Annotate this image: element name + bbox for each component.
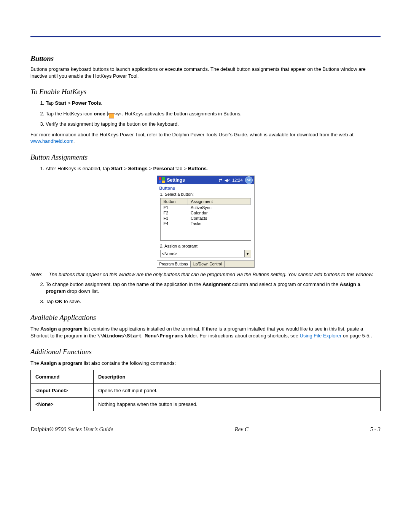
table-row: <None> Nothing happens when the button i… [31,397,381,411]
footer-center: Rev C [235,426,249,433]
text: > [123,166,128,171]
cell-description: Opens the soft input panel. [94,383,381,397]
bold: OK [55,299,63,304]
heading-button-assignments: Button Assignments [30,153,381,161]
cell: ActiveSync [188,205,250,211]
cell-description: Nothing happens when the button is press… [94,397,381,411]
heading-enable-hotkeys: To Enable HotKeys [30,88,381,96]
path-text: \\Windows\Start Menu\Programs [97,333,183,339]
more-info-paragraph: For more information about the HotKeys P… [30,131,381,145]
bold: Start [55,100,67,106]
note-text: The buttons that appear on this window a… [49,272,381,277]
table-row[interactable]: F1ActiveSync [161,205,251,211]
table-row[interactable]: F3Contacts [161,216,251,221]
assign-step-3: Tap OK to save. [46,298,381,305]
heading-available-apps: Available Applications [30,313,381,322]
assign-step-1: After HotKeys is enabled, tap Start > Se… [46,165,381,172]
text: Tap [46,299,55,304]
text: to save. [62,299,81,304]
text: . HotKeys activates the button assignmen… [122,111,241,117]
header-description: Description [94,370,381,383]
file-explorer-link[interactable]: Using File Explorer [300,333,342,339]
clock-text: 12:24 [232,178,243,182]
text: tab > [174,166,188,171]
connectivity-icon: ⇄ [219,178,222,183]
cell: F2 [161,210,188,216]
text: list also contains the following command… [83,360,176,366]
assign-program-dropdown[interactable]: <None> ▾ [160,250,251,257]
enable-step-2: Tap the HotKeys icon once HotKeys . HotK… [46,110,381,117]
page-footer: Dolphin® 9500 Series User's Guide Rev C … [30,423,381,433]
cell: Calendar [188,210,250,216]
table-row[interactable]: F4Tasks [161,221,251,226]
bold: Personal [153,166,174,171]
text: For more information about the HotKeys P… [30,132,354,137]
intro-paragraph: Buttons programs keyboard buttons to lau… [30,66,381,79]
col-button: Button [161,198,188,205]
table-header-row: Command Description [31,370,381,383]
footer-right: 5 - 3 [370,426,381,433]
text: To change button assignment, tap on the … [46,281,202,287]
dropdown-value: <None> [162,251,177,256]
ppc-button-list[interactable]: Button Assignment F1ActiveSync F2Calenda… [160,198,251,241]
cell: F3 [161,216,188,221]
commands-table: Command Description <Input Panel> Opens … [30,370,381,411]
handheld-link[interactable]: www.handheld.com [30,138,73,144]
col-assignment: Assignment [188,198,250,205]
buttons-settings-screenshot: Settings ⇄ ◀× 12:24 ok Buttons 1. Select… [157,176,255,268]
cell: F1 [161,205,188,211]
apps-paragraph: The Assign a program list contains the a… [30,326,381,339]
ok-button[interactable]: ok [245,176,253,184]
text: Tap the HotKeys icon [46,111,94,117]
bold: Buttons [188,166,207,171]
ppc-assign-program-label: 2. Assign a program: [157,243,254,249]
ppc-titlebar: Settings ⇄ ◀× 12:24 ok [157,176,254,184]
cell: F4 [161,221,188,226]
top-rule [30,36,381,37]
note: Note: The buttons that appear on this wi… [30,272,381,277]
text: After HotKeys is enabled, tap [46,166,111,171]
text: The [30,360,40,366]
ppc-title: Settings [167,177,219,183]
text: . [101,100,102,106]
enable-steps: Tap Start > Power Tools. Tap the HotKeys… [30,100,381,128]
footer-left: Dolphin® 9500 Series User's Guide [30,426,113,433]
bold: Assign a program [40,326,83,332]
heading-additional-functions: Additional Functions [30,348,381,356]
text: folder. For instructions about creating … [183,333,300,339]
text: . [73,138,75,144]
text: on page 5-5.. [341,333,372,339]
text: The [30,326,40,332]
enable-step-1: Tap Start > Power Tools. [46,100,381,107]
document-page: Buttons Buttons programs keyboard button… [0,0,411,532]
text: column and select a program or command i… [231,281,339,287]
text: drop down list. [66,288,99,294]
windows-start-icon [159,177,165,183]
cell-command: <Input Panel> [31,383,94,397]
hotkeys-icon: HotKeys [107,112,121,116]
bold: once [94,111,105,117]
ppc-tabs: Program Buttons Up/Down Control [157,260,254,267]
speaker-icon: ◀× [225,178,230,183]
bold: Power Tools [72,100,101,106]
assign-step-2: To change button assignment, tap on the … [46,281,381,294]
header-command: Command [31,370,94,383]
funcs-paragraph: The Assign a program list also contains … [30,360,381,367]
table-row[interactable]: F2Calendar [161,210,251,216]
ppc-tray: ⇄ ◀× 12:24 ok [219,176,253,184]
bold: Settings [128,166,147,171]
text: . [207,166,208,171]
cell: Contacts [188,216,250,221]
bold: Assignment [202,281,231,287]
enable-step-3: Verify the assignment by tapping the but… [46,121,381,128]
bold: Assign a program [40,360,83,366]
chevron-down-icon: ▾ [244,250,251,257]
tab-updown-control[interactable]: Up/Down Control [191,261,225,267]
text: Tap [46,100,55,106]
assign-steps: After HotKeys is enabled, tap Start > Se… [30,165,381,172]
cell: Tasks [188,221,250,226]
note-label: Note: [30,272,49,277]
tab-program-buttons[interactable]: Program Buttons [157,261,191,267]
assign-steps-cont: To change button assignment, tap on the … [30,281,381,305]
bold: Start [111,166,123,171]
